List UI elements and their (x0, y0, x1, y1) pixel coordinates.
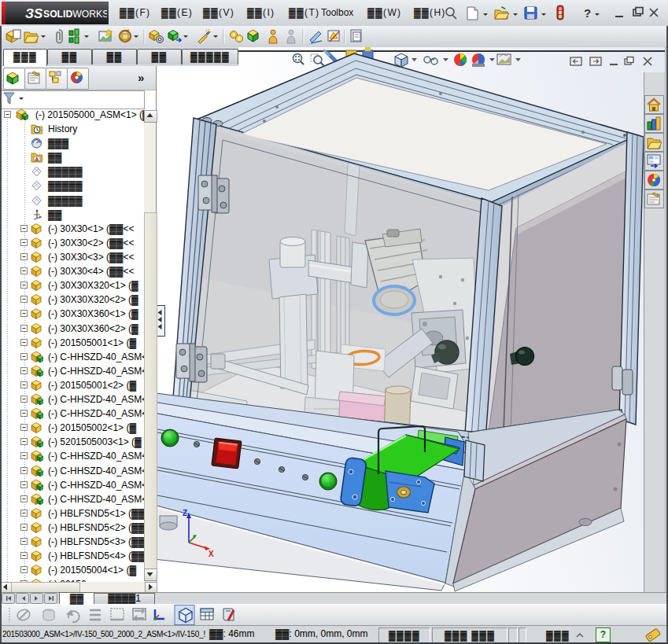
svg-text:ЗS: ЗS (25, 6, 43, 21)
svg-text:Z: Z (183, 509, 187, 517)
svg-text:SOLIDWORKS: SOLIDWORKS (43, 9, 107, 20)
svg-text:?: ? (584, 6, 591, 20)
svg-text:X: X (209, 550, 214, 558)
